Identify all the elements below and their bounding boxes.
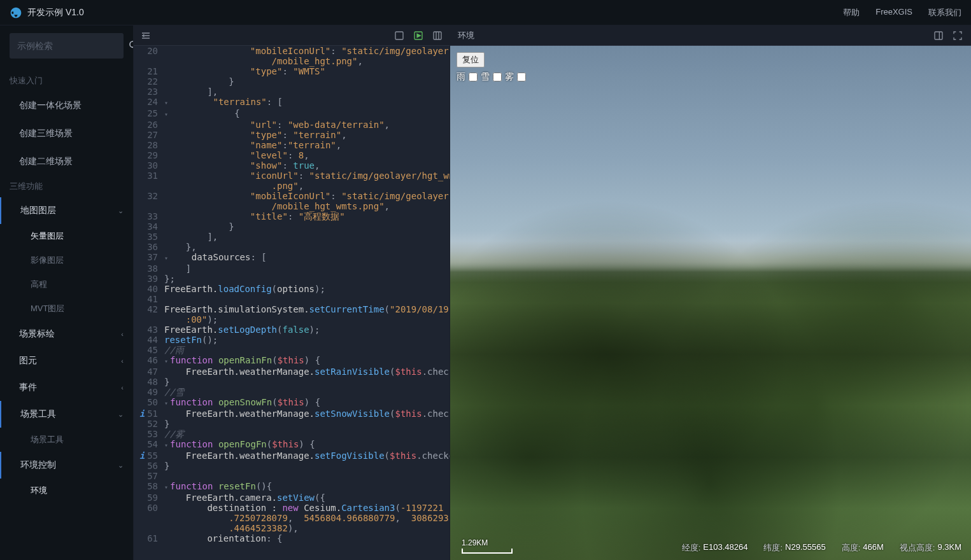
weather-label-fog: 雾 <box>505 71 514 83</box>
chevron-left-icon: ‹ <box>121 384 124 391</box>
header-link-help[interactable]: 帮助 <box>843 7 860 18</box>
chevron-down-icon: ⌄ <box>118 410 124 419</box>
menu-group-layers[interactable]: 地图图层 ⌄ <box>0 197 133 224</box>
search-input[interactable] <box>17 41 129 51</box>
weather-label-snow: 雪 <box>481 71 490 83</box>
submenu-item[interactable]: 影像图层 <box>0 248 133 272</box>
code-editor[interactable]: 20 "mobileIconUrl": "static/img/geolayer… <box>134 46 450 560</box>
run-icon[interactable] <box>413 30 424 41</box>
search-box[interactable] <box>10 33 124 59</box>
submenu-item[interactable]: 场景工具 <box>0 428 133 452</box>
search-icon[interactable] <box>129 40 134 52</box>
menu-group-primitives[interactable]: 图元 ‹ <box>0 347 133 374</box>
preview-viewport[interactable]: 复位 雨 雪 雾 1.29KM 经度:E103.48264 纬度:N29.555… <box>450 46 971 560</box>
chevron-left-icon: ‹ <box>121 330 124 338</box>
preview-toolbar: 环境 <box>450 25 971 46</box>
layout-icon[interactable] <box>933 30 944 41</box>
weather-controls: 雨 雪 雾 <box>457 71 528 83</box>
collapse-sidebar-icon[interactable] <box>140 30 152 41</box>
section-header-quickstart: 快速入门 <box>0 70 133 92</box>
fog-checkbox[interactable] <box>517 73 526 81</box>
scale-bar: 1.29KM <box>462 538 513 554</box>
weather-label-rain: 雨 <box>457 71 465 83</box>
submenu-item[interactable]: 环境 <box>0 479 133 503</box>
menu-item[interactable]: 创建二维场景 <box>0 148 133 176</box>
chevron-down-icon: ⌄ <box>118 461 124 470</box>
svg-rect-4 <box>935 32 942 39</box>
sidebar: 快速入门 创建一体化场景 创建三维场景 创建二维场景 三维功能 地图图层 ⌄ 矢… <box>0 25 134 560</box>
expand-icon[interactable] <box>393 30 405 41</box>
menu-group-plotting[interactable]: 场景标绘 ‹ <box>0 321 133 347</box>
menu-item[interactable]: 创建一体化场景 <box>0 92 133 120</box>
logo-icon <box>10 6 22 19</box>
submenu-item[interactable]: MVT图层 <box>0 297 133 321</box>
section-header-3d: 三维功能 <box>0 176 133 197</box>
status-bar: 经度:E103.48264 纬度:N29.55565 高度:466M 视点高度:… <box>682 542 961 554</box>
svg-rect-3 <box>434 32 441 39</box>
menu-group-tools[interactable]: 场景工具 ⌄ <box>0 401 133 428</box>
editor-toolbar <box>134 25 450 46</box>
grid-icon[interactable] <box>432 30 443 41</box>
submenu-item[interactable]: 高程 <box>0 272 133 297</box>
header-link-freexgis[interactable]: FreeXGIS <box>875 7 912 18</box>
header-link-contact[interactable]: 联系我们 <box>928 7 961 18</box>
submenu-item[interactable]: 矢量图层 <box>0 224 133 248</box>
preview-panel: 环境 复位 雨 雪 雾 <box>450 25 971 560</box>
editor-panel: 20 "mobileIconUrl": "static/img/geolayer… <box>134 25 450 560</box>
reset-button[interactable]: 复位 <box>457 52 485 67</box>
svg-rect-1 <box>395 32 403 39</box>
chevron-left-icon: ‹ <box>121 357 124 365</box>
snow-checkbox[interactable] <box>493 73 502 81</box>
rain-checkbox[interactable] <box>469 73 478 81</box>
app-header: 开发示例 V1.0 帮助 FreeXGIS 联系我们 <box>0 0 971 25</box>
chevron-down-icon: ⌄ <box>118 207 124 215</box>
preview-title: 环境 <box>458 30 933 41</box>
app-title: 开发示例 V1.0 <box>27 7 843 18</box>
fullscreen-icon[interactable] <box>952 30 963 41</box>
menu-group-env[interactable]: 环境控制 ⌄ <box>0 452 133 479</box>
menu-group-events[interactable]: 事件 ‹ <box>0 374 133 401</box>
menu-item[interactable]: 创建三维场景 <box>0 120 133 148</box>
